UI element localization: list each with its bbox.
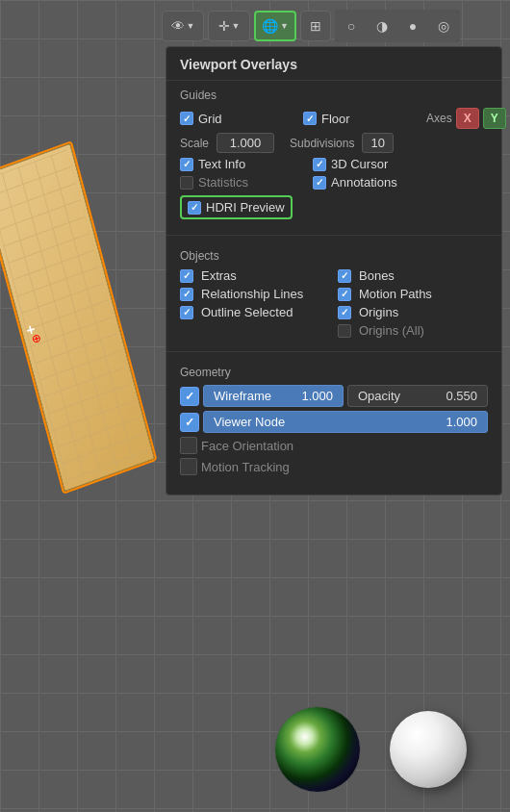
origins-all-row: Origins (All) — [338, 323, 488, 338]
face-orientation-checkbox[interactable] — [180, 437, 197, 454]
axes-group: Axes X Y Z — [426, 108, 510, 129]
eye-icon: 👁 — [171, 18, 185, 34]
statistics-row: Statistics Annotations — [180, 175, 488, 190]
scale-row: Scale 1.000 Subdivisions 10 — [180, 133, 488, 153]
wireframe-shading-btn[interactable]: ◎ — [428, 11, 459, 41]
face-orientation-label: Face Orientation — [201, 439, 293, 453]
grid-label: Grid — [198, 112, 222, 126]
scale-label: Scale — [180, 137, 209, 150]
bones-label: Bones — [359, 268, 395, 283]
viewer-node-field[interactable]: Viewer Node 1.000 — [203, 411, 488, 433]
annotations-checkbox-item: Annotations — [313, 175, 428, 190]
grid-btn[interactable]: ⊞ — [300, 11, 331, 41]
subdivisions-value[interactable]: 10 — [362, 133, 393, 153]
divider-2 — [166, 351, 501, 352]
rendered-shading-btn[interactable]: ● — [397, 11, 428, 41]
grid-floor-row: Grid Floor Axes X Y Z — [180, 108, 488, 129]
floor-checkbox[interactable] — [303, 112, 317, 125]
outline-selected-checkbox[interactable] — [180, 306, 193, 319]
3d-cursor-checkbox[interactable] — [313, 158, 326, 171]
floor-checkbox-item: Floor — [303, 112, 419, 126]
viewport-overlay-btn[interactable]: 🌐 ▼ — [254, 11, 296, 41]
guides-label: Guides — [180, 89, 488, 102]
dropdown-arrow: ▼ — [187, 21, 195, 31]
text-info-checkbox[interactable] — [180, 158, 193, 171]
motion-tracking-checkbox[interactable] — [180, 458, 197, 475]
divider-1 — [166, 235, 501, 236]
statistics-checkbox[interactable] — [180, 176, 193, 190]
relationship-lines-label: Relationship Lines — [201, 287, 303, 301]
outline-selected-label: Outline Selected — [201, 305, 293, 319]
face-orientation-row: Face Orientation — [180, 437, 488, 454]
origins-all-checkbox[interactable] — [338, 324, 351, 338]
solid-shading-btn[interactable]: ○ — [336, 11, 367, 41]
hdri-preview-label: HDRI Preview — [206, 200, 285, 215]
material-shading-btn[interactable]: ◑ — [367, 11, 397, 41]
grid-checkbox-item: Grid — [180, 112, 295, 126]
axis-y-btn[interactable]: Y — [483, 108, 506, 129]
circle-icon: ○ — [347, 18, 355, 34]
statistics-checkbox-item: Statistics — [180, 175, 295, 190]
dropdown-arrow3: ▼ — [280, 21, 289, 31]
relationship-lines-checkbox[interactable] — [180, 288, 193, 301]
objects-col-left: Extras Relationship Lines Outline Select… — [180, 268, 330, 342]
white-sphere-preview — [390, 711, 467, 788]
opacity-field[interactable]: Opacity 0.550 — [347, 385, 488, 407]
relationship-lines-row: Relationship Lines — [180, 287, 330, 301]
objects-columns: Extras Relationship Lines Outline Select… — [180, 268, 488, 342]
grid-icon: ⊞ — [310, 18, 321, 34]
hdri-row: HDRI Preview — [180, 193, 488, 221]
hdri-preview-checkbox[interactable] — [188, 201, 201, 215]
viewer-node-checkbox[interactable] — [180, 413, 199, 432]
view-toggle-btn[interactable]: 👁 ▼ — [162, 11, 204, 41]
axes-label: Axes — [426, 112, 452, 125]
half-circle-icon: ◑ — [376, 18, 388, 34]
dropdown-arrow2: ▼ — [232, 21, 241, 31]
toolbar: 👁 ▼ ✛ ▼ 🌐 ▼ ⊞ ○ ◑ ● ◎ — [154, 6, 510, 46]
motion-paths-checkbox[interactable] — [338, 288, 351, 301]
motion-paths-label: Motion Paths — [359, 287, 432, 301]
wireframe-field-label: Wireframe — [214, 389, 271, 403]
panel-title: Viewport Overlays — [166, 47, 501, 81]
wireframe-icon: ◎ — [438, 18, 449, 34]
text-info-label: Text Info — [198, 157, 245, 171]
bottom-spheres — [241, 706, 500, 793]
viewer-node-label: Viewer Node — [214, 415, 285, 429]
wireframe-checkbox[interactable] — [180, 387, 199, 406]
objects-col-right: Bones Motion Paths Origins Origins (All) — [338, 268, 488, 342]
floor-label: Floor — [321, 112, 350, 126]
extras-row: Extras — [180, 268, 330, 283]
full-circle-icon: ● — [409, 18, 417, 34]
viewer-node-value: 1.000 — [446, 415, 477, 429]
globe-icon: 🌐 — [262, 18, 278, 34]
motion-tracking-label: Motion Tracking — [201, 460, 290, 474]
scale-value[interactable]: 1.000 — [217, 133, 274, 153]
axis-x-btn[interactable]: X — [456, 108, 479, 129]
extras-checkbox[interactable] — [180, 269, 193, 283]
opacity-value: 0.550 — [446, 389, 477, 403]
shading-group: ○ ◑ ● ◎ — [335, 10, 460, 42]
annotations-label: Annotations — [331, 175, 397, 190]
wireframe-row: Wireframe 1.000 Opacity 0.550 — [180, 385, 488, 407]
viewer-node-row: Viewer Node 1.000 — [180, 411, 488, 433]
origins-row: Origins — [338, 305, 488, 319]
origins-label: Origins — [359, 305, 398, 319]
objects-label: Objects — [180, 249, 488, 263]
opacity-label: Opacity — [358, 389, 400, 403]
bones-row: Bones — [338, 268, 488, 283]
annotations-checkbox[interactable] — [313, 176, 326, 190]
text-info-row: Text Info 3D Cursor — [180, 157, 488, 171]
origins-checkbox[interactable] — [338, 306, 351, 319]
cursor-icon: ✛ — [218, 18, 230, 34]
hdri-sphere-preview — [274, 706, 361, 793]
wireframe-field[interactable]: Wireframe 1.000 — [203, 385, 344, 407]
cursor-btn[interactable]: ✛ ▼ — [208, 11, 250, 41]
overlay-panel: Viewport Overlays Guides Grid Floor Axes… — [166, 46, 502, 495]
grid-checkbox[interactable] — [180, 112, 193, 125]
text-info-checkbox-item: Text Info — [180, 157, 295, 171]
3d-cursor-label: 3D Cursor — [331, 157, 388, 171]
hdri-preview-highlight: HDRI Preview — [180, 195, 293, 219]
bones-checkbox[interactable] — [338, 269, 351, 283]
motion-paths-row: Motion Paths — [338, 287, 488, 301]
statistics-label: Statistics — [198, 175, 248, 190]
